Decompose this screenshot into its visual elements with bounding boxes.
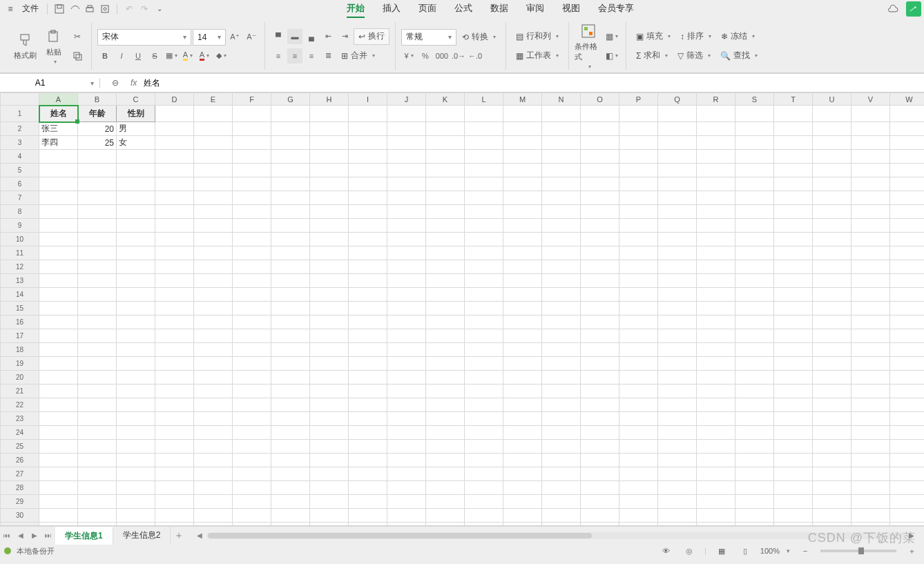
cell[interactable] [581, 509, 619, 523]
cell[interactable] [387, 467, 426, 481]
cell[interactable] [735, 329, 774, 343]
cell[interactable] [735, 177, 774, 191]
horizontal-scrollbar[interactable]: ◀ ▶ [193, 529, 918, 543]
undo-icon[interactable]: ↶ [122, 1, 137, 17]
cell[interactable] [581, 274, 619, 288]
col-header[interactable]: U [813, 93, 851, 106]
cell[interactable] [117, 385, 155, 398]
cell[interactable] [658, 260, 697, 274]
cell[interactable] [735, 481, 774, 495]
cell[interactable] [890, 219, 925, 233]
cell[interactable] [813, 233, 851, 246]
currency-icon[interactable]: ¥ [401, 48, 416, 64]
cell[interactable] [503, 385, 542, 398]
cell[interactable] [387, 329, 426, 343]
cell[interactable] [619, 426, 658, 440]
cell[interactable] [542, 219, 581, 233]
cell[interactable] [39, 454, 78, 467]
col-header[interactable]: B [78, 93, 117, 106]
cell[interactable] [310, 260, 349, 274]
cell[interactable] [117, 426, 155, 440]
col-header[interactable]: L [465, 93, 503, 106]
cell[interactable] [310, 329, 349, 343]
cell[interactable] [503, 509, 542, 523]
cell[interactable] [851, 233, 890, 246]
filter-button[interactable]: ▽ 筛选 [673, 48, 715, 64]
cell[interactable] [697, 302, 735, 315]
cell[interactable] [542, 136, 581, 150]
cell[interactable] [194, 205, 233, 219]
cell[interactable] [233, 315, 271, 329]
cell[interactable] [851, 481, 890, 495]
cell[interactable] [78, 343, 117, 357]
cell[interactable] [697, 357, 735, 371]
align-justify-icon[interactable]: ≣ [320, 48, 336, 64]
cell[interactable] [581, 398, 619, 412]
cell[interactable] [426, 260, 465, 274]
border-button[interactable]: ▦ [164, 48, 179, 64]
cell[interactable] [155, 219, 194, 233]
cell[interactable] [155, 426, 194, 440]
cell[interactable] [426, 329, 465, 343]
cell[interactable] [658, 205, 697, 219]
cell[interactable] [542, 343, 581, 357]
cell[interactable] [619, 371, 658, 385]
cell[interactable] [155, 150, 194, 164]
cell[interactable] [78, 426, 117, 440]
cell[interactable] [581, 426, 619, 440]
cell[interactable] [465, 426, 503, 440]
row-header[interactable]: 28 [1, 481, 39, 495]
cell[interactable] [735, 315, 774, 329]
cell[interactable] [774, 426, 813, 440]
cell[interactable] [465, 122, 503, 136]
cell[interactable] [194, 343, 233, 357]
cell[interactable] [155, 315, 194, 329]
cell[interactable] [117, 343, 155, 357]
cell[interactable] [542, 150, 581, 164]
cell[interactable] [465, 302, 503, 315]
cell[interactable] [233, 371, 271, 385]
cell[interactable] [658, 467, 697, 481]
cell[interactable] [774, 481, 813, 495]
cell[interactable] [581, 233, 619, 246]
cell[interactable] [851, 136, 890, 150]
cell[interactable] [581, 164, 619, 177]
cell[interactable] [271, 164, 310, 177]
cell[interactable] [619, 302, 658, 315]
print-icon[interactable] [82, 1, 97, 17]
cell[interactable] [194, 495, 233, 509]
cell[interactable] [813, 412, 851, 426]
cell[interactable] [697, 205, 735, 219]
cell[interactable] [271, 467, 310, 481]
cell[interactable] [619, 106, 658, 122]
zoom-slider[interactable] [820, 550, 896, 552]
cell[interactable] [890, 398, 925, 412]
bold-button[interactable]: B [97, 48, 113, 64]
cell[interactable] [271, 106, 310, 122]
cell[interactable] [503, 106, 542, 122]
cell[interactable] [233, 274, 271, 288]
cell[interactable] [851, 219, 890, 233]
cell[interactable] [271, 315, 310, 329]
cell[interactable] [774, 177, 813, 191]
cell[interactable] [503, 177, 542, 191]
cell[interactable] [310, 191, 349, 205]
cell[interactable] [503, 302, 542, 315]
cell[interactable] [890, 357, 925, 371]
cell[interactable] [581, 205, 619, 219]
cell[interactable] [271, 371, 310, 385]
cell[interactable] [426, 302, 465, 315]
cell[interactable] [619, 205, 658, 219]
tab-home[interactable]: 开始 [347, 0, 365, 18]
font-size-select[interactable]: 14▾ [193, 29, 226, 46]
cell[interactable] [233, 260, 271, 274]
cell[interactable] [349, 315, 387, 329]
cell[interactable] [658, 454, 697, 467]
cell[interactable] [155, 164, 194, 177]
cell[interactable] [697, 246, 735, 260]
cell[interactable] [426, 150, 465, 164]
sheet-nav-first[interactable]: ⏮ [0, 529, 14, 543]
italic-button[interactable]: I [114, 48, 129, 64]
cell[interactable] [813, 523, 851, 527]
cell[interactable] [697, 315, 735, 329]
